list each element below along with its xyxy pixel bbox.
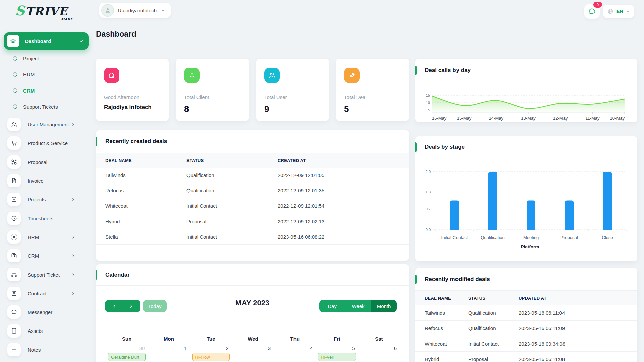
table-cell: Qualification	[186, 168, 278, 183]
table-cell: Initial Contact	[468, 336, 519, 352]
sidebar-item-project[interactable]: Project	[0, 50, 86, 66]
rocket-icon	[344, 68, 360, 83]
column-header: CREATED AT	[278, 153, 409, 168]
sidebar-item-invoice[interactable]: Invoice	[0, 171, 86, 190]
avatar	[101, 4, 114, 17]
svg-text:0.0: 0.0	[426, 228, 431, 232]
sidebar-item-dashboard[interactable]: Dashboard	[4, 32, 89, 50]
stat-card-total-deal: Total Deal5	[336, 59, 409, 121]
globe-icon	[607, 8, 614, 15]
calendar-grid: SunMonTueWedThuFriSat30Geraldine Burt12H…	[106, 334, 400, 362]
checksquare-icon	[7, 193, 21, 206]
day-header-wed: Wed	[232, 334, 274, 344]
day-header-fri: Fri	[316, 334, 358, 344]
chat-bubble-icon	[588, 7, 596, 15]
calendar-event[interactable]: Hi-Veil	[318, 353, 356, 361]
calendar-event[interactable]: Hi-Flow	[192, 353, 230, 361]
chevron-down-icon	[626, 9, 630, 14]
svg-text:2.0: 2.0	[426, 170, 431, 174]
brand-logo-s: S	[15, 3, 25, 18]
company-selector[interactable]: Rajodiya infotech	[99, 3, 171, 18]
sidebar-item-messenger[interactable]: Messenger	[0, 303, 86, 321]
svg-text:10-May: 10-May	[610, 116, 625, 121]
recently-created-card: Recently created deals DEAL NAMESTATUSCR…	[96, 130, 409, 261]
chevron-down-icon	[79, 39, 84, 44]
sidebar-item-support-ticket[interactable]: Support Ticket	[0, 265, 86, 284]
sidebar-item-notes[interactable]: Notes	[0, 340, 86, 359]
svg-text:14-May: 14-May	[489, 116, 504, 121]
calendar-event[interactable]: Geraldine Burt	[108, 353, 146, 361]
day-header-sun: Sun	[106, 334, 148, 344]
calendar-day-cell[interactable]: 2Hi-Flow	[190, 344, 232, 362]
stat-label: Total Deal	[344, 94, 401, 100]
deals-by-stage-chart: 0.00.71.32.0Initial ContactQualification…	[423, 159, 629, 256]
sidebar-item-projects[interactable]: Projects	[0, 190, 86, 209]
bullet-icon	[12, 55, 18, 62]
table-cell: 2022-12-09 12:01:35	[278, 183, 409, 198]
calendar-day-cell[interactable]: 5Hi-Veil	[316, 344, 358, 362]
recently-modified-table: DEAL NAMESTATUSUPDATED ATTailwindsQualif…	[415, 291, 637, 362]
messages-button[interactable]: 0	[584, 4, 600, 19]
save-icon	[7, 287, 21, 300]
deals-by-stage-card: Deals by stage 0.00.71.32.0Initial Conta…	[415, 136, 637, 261]
sidebar-item-hrm[interactable]: HRM	[0, 66, 86, 82]
bullet-icon	[12, 87, 18, 94]
calendar-day-cell[interactable]: 3	[232, 344, 274, 362]
sidebar-item-proposal[interactable]: Proposal	[0, 153, 86, 171]
column-header: UPDATED AT	[519, 291, 637, 305]
language-selector[interactable]: EN	[603, 5, 634, 18]
bullet-icon	[12, 103, 18, 110]
section-title: Deal calls by day	[425, 67, 471, 74]
sidebar-item-crm[interactable]: CRM	[0, 82, 86, 99]
users-icon	[7, 118, 21, 131]
sidebar-item-label: Support Tickets	[23, 104, 58, 110]
table-cell: Whitecoat	[415, 336, 468, 352]
deal-calls-chart: 1510516-May15-May14-May13-May12-May11-Ma…	[423, 89, 629, 121]
sidebar-item-label: Contract	[28, 291, 47, 296]
chevron-down-icon	[161, 8, 165, 13]
table-cell: 2023-05-16 06:11:09	[519, 321, 637, 336]
calendar-icon	[7, 343, 21, 356]
svg-text:Platform: Platform	[521, 244, 539, 249]
cards-icon	[7, 249, 21, 262]
sidebar-item-label: HRM	[23, 72, 35, 77]
sidebar-item-timesheets[interactable]: Timesheets	[0, 209, 86, 228]
sidebar-item-product-service[interactable]: Product & Service	[0, 134, 86, 153]
qr-icon	[7, 155, 21, 169]
table-cell: 2023-05-16 09:34:08	[519, 336, 637, 352]
table-row: RefocusQualification2022-12-09 12:01:35	[96, 183, 409, 198]
calendar-day-cell[interactable]: 30Geraldine Burt	[106, 344, 148, 362]
calendar-day-cell[interactable]: 4	[274, 344, 316, 362]
sidebar-item-label: Support Ticket	[28, 272, 60, 278]
sidebar-item-hrm[interactable]: HRM	[0, 228, 86, 246]
stat-value: 5	[344, 104, 401, 114]
svg-text:Proposal: Proposal	[560, 235, 578, 240]
day-header-thu: Thu	[274, 334, 316, 344]
svg-text:12-May: 12-May	[553, 116, 568, 121]
svg-text:15-May: 15-May	[457, 116, 472, 121]
chat-icon	[7, 305, 21, 319]
table-row: TailwindsQualification2023-05-16 06:11:0…	[415, 305, 637, 321]
svg-text:Initial Contact: Initial Contact	[441, 235, 468, 240]
table-cell: Refocus	[96, 183, 186, 198]
sidebar-item-contract[interactable]: Contract	[0, 284, 86, 303]
table-cell: Proposal	[186, 214, 278, 229]
sidebar-item-support-tickets[interactable]: Support Tickets	[0, 99, 86, 115]
sidebar-item-user-management[interactable]: User Management	[0, 115, 86, 134]
calendar-day-cell[interactable]: 6	[358, 344, 400, 362]
brand-logo[interactable]: STRIVE MAKE	[15, 4, 79, 21]
table-cell: Qualification	[468, 321, 519, 336]
section-title: Recently created deals	[105, 138, 167, 145]
sidebar-item-assets[interactable]: Assets	[0, 321, 86, 340]
calendar-view-week[interactable]: Week	[345, 300, 371, 312]
svg-text:Qualification: Qualification	[481, 235, 505, 240]
table-cell: 2022-12-09 12:01:05	[278, 168, 409, 183]
sidebar-item-label: Assets	[28, 328, 43, 334]
calendar-view-day[interactable]: Day	[319, 300, 345, 312]
calendar-date: 1	[148, 344, 189, 352]
user-icon	[184, 68, 200, 83]
calendar-day-cell[interactable]: 1	[148, 344, 190, 362]
sidebar-item-label: Project	[23, 56, 39, 61]
calendar-view-month[interactable]: Month	[371, 300, 397, 312]
sidebar-item-crm[interactable]: CRM	[0, 246, 86, 265]
